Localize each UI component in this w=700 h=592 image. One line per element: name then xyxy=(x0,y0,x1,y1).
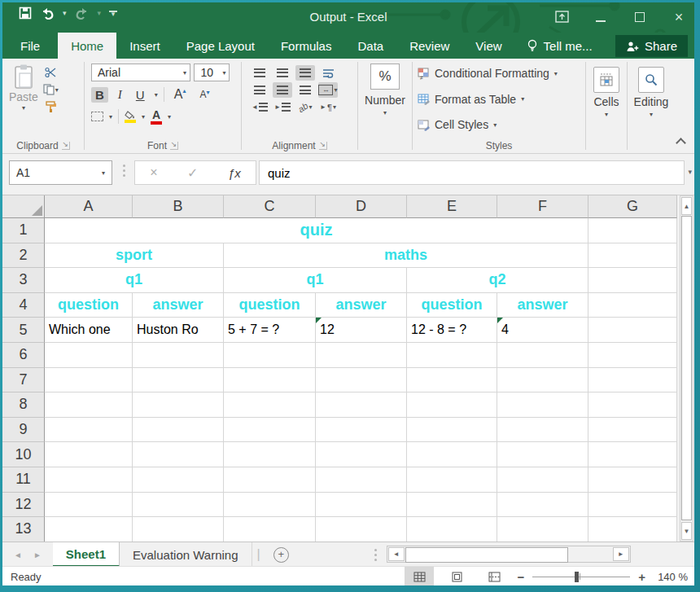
expand-formula-bar-icon[interactable] xyxy=(688,168,692,176)
cell-D4[interactable]: answer xyxy=(316,293,407,318)
cut-icon[interactable] xyxy=(43,67,59,78)
tell-me-box[interactable]: Tell me... xyxy=(515,33,604,59)
cell-B7[interactable] xyxy=(133,368,224,393)
cell-styles-dropdown-icon[interactable] xyxy=(493,121,497,129)
number-format-dropdown-icon[interactable] xyxy=(383,109,387,116)
cell-E3[interactable]: q2 xyxy=(407,268,588,293)
cell-F12[interactable] xyxy=(497,493,588,518)
row-header-2[interactable]: 2 xyxy=(2,243,45,269)
cell-F8[interactable] xyxy=(497,392,588,418)
cell-D13[interactable] xyxy=(316,517,407,542)
row-header-9[interactable]: 9 xyxy=(2,418,45,443)
bold-button[interactable]: B xyxy=(91,87,108,103)
clipboard-dialog-launcher-icon[interactable]: ↘ xyxy=(62,142,70,150)
merge-center-button[interactable]: ↔ xyxy=(318,82,338,98)
row-header-4[interactable]: 4 xyxy=(2,293,45,318)
row-header-11[interactable]: 11 xyxy=(2,467,45,493)
tab-view[interactable]: View xyxy=(462,33,514,59)
format-as-table-dropdown-icon[interactable] xyxy=(521,95,524,103)
borders-dropdown-icon[interactable] xyxy=(109,113,112,121)
font-size-dropdown-icon[interactable] xyxy=(222,69,225,77)
alignment-dialog-launcher-icon[interactable]: ↘ xyxy=(319,142,327,150)
cell-G7[interactable] xyxy=(588,368,677,393)
enter-icon[interactable]: ✓ xyxy=(187,165,198,181)
scroll-right-icon[interactable]: ► xyxy=(613,547,629,561)
row-header-3[interactable]: 3 xyxy=(2,268,45,293)
paste-dropdown-icon[interactable] xyxy=(22,104,25,112)
cell-D5[interactable]: 12 xyxy=(316,318,407,343)
cell-B6[interactable] xyxy=(133,343,224,368)
cell-D11[interactable] xyxy=(316,467,407,493)
font-dialog-launcher-icon[interactable]: ↘ xyxy=(170,142,178,150)
font-name-dropdown-icon[interactable] xyxy=(183,69,186,77)
minimize-icon[interactable] xyxy=(592,11,610,24)
cell-F4[interactable]: answer xyxy=(497,293,588,318)
cell-E8[interactable] xyxy=(407,392,497,418)
font-color-button[interactable]: A xyxy=(151,109,162,125)
cell-B9[interactable] xyxy=(133,418,224,443)
horizontal-scrollbar[interactable]: ◄ ► xyxy=(387,546,631,563)
cell-D10[interactable] xyxy=(316,442,407,467)
percent-style-button[interactable]: % xyxy=(370,64,400,90)
row-header-8[interactable]: 8 xyxy=(2,392,45,418)
text-direction-dropdown-icon[interactable] xyxy=(333,103,336,111)
cells-dropdown-icon[interactable] xyxy=(605,111,608,118)
row-header-6[interactable]: 6 xyxy=(2,343,45,368)
cell-G2[interactable] xyxy=(588,243,677,269)
cell-C12[interactable] xyxy=(224,493,316,518)
cell-A6[interactable] xyxy=(45,343,133,368)
underline-dropdown-icon[interactable] xyxy=(155,91,158,99)
increase-indent-button[interactable]: ► xyxy=(273,99,292,115)
cell-C4[interactable]: question xyxy=(224,293,316,318)
cell-G4[interactable] xyxy=(588,293,677,318)
cell-C6[interactable] xyxy=(224,343,316,368)
row-header-1[interactable]: 1 xyxy=(2,218,45,243)
column-header-D[interactable]: D xyxy=(316,195,407,218)
page-break-view-button[interactable] xyxy=(479,567,509,585)
column-header-G[interactable]: G xyxy=(588,195,677,218)
font-name-combo[interactable]: Arial xyxy=(91,64,190,81)
cell-G6[interactable] xyxy=(588,343,677,368)
zoom-in-icon[interactable]: + xyxy=(638,570,645,584)
cell-A12[interactable] xyxy=(45,493,133,518)
cell-A7[interactable] xyxy=(45,368,133,393)
align-right-button[interactable] xyxy=(295,82,315,98)
cell-E13[interactable] xyxy=(407,517,497,542)
cell-A8[interactable] xyxy=(45,392,133,418)
column-header-F[interactable]: F xyxy=(497,195,588,218)
fill-color-button[interactable] xyxy=(125,111,136,123)
ribbon-display-options-icon[interactable] xyxy=(553,11,571,25)
cell-G8[interactable] xyxy=(588,392,677,418)
cell-D8[interactable] xyxy=(316,392,407,418)
cell-E12[interactable] xyxy=(407,493,497,518)
collapse-ribbon-icon[interactable] xyxy=(677,139,685,147)
align-left-button[interactable] xyxy=(250,82,269,98)
cell-G12[interactable] xyxy=(588,493,677,518)
cell-C10[interactable] xyxy=(224,442,316,467)
cell-F10[interactable] xyxy=(497,442,588,467)
cell-F11[interactable] xyxy=(497,467,588,493)
cell-A5[interactable]: Which one xyxy=(45,318,133,343)
cell-B8[interactable] xyxy=(133,392,224,418)
tab-insert[interactable]: Insert xyxy=(116,33,173,59)
cell-D12[interactable] xyxy=(316,493,407,518)
format-as-table-button[interactable]: Format as Table xyxy=(418,90,585,108)
cell-A10[interactable] xyxy=(45,442,133,467)
editing-dropdown-icon[interactable] xyxy=(650,111,653,118)
cell-E11[interactable] xyxy=(407,467,497,493)
cell-C13[interactable] xyxy=(224,517,316,542)
cell-E5[interactable]: 12 - 8 = ? xyxy=(407,318,497,343)
cell-E4[interactable]: question xyxy=(407,293,497,318)
cell-D6[interactable] xyxy=(316,343,407,368)
cell-C5[interactable]: 5 + 7 = ? xyxy=(224,318,316,343)
page-layout-view-button[interactable] xyxy=(442,567,471,585)
cell-E7[interactable] xyxy=(407,368,497,393)
top-align-button[interactable] xyxy=(250,65,269,81)
decrease-font-button[interactable]: A xyxy=(195,88,213,101)
font-size-combo[interactable]: 10 xyxy=(194,64,230,81)
cell-F9[interactable] xyxy=(497,418,588,443)
cell-B11[interactable] xyxy=(133,467,224,493)
insert-function-icon[interactable]: ƒx xyxy=(228,166,241,180)
select-all-button[interactable] xyxy=(2,195,45,218)
horizontal-scroll-thumb[interactable] xyxy=(405,547,568,563)
